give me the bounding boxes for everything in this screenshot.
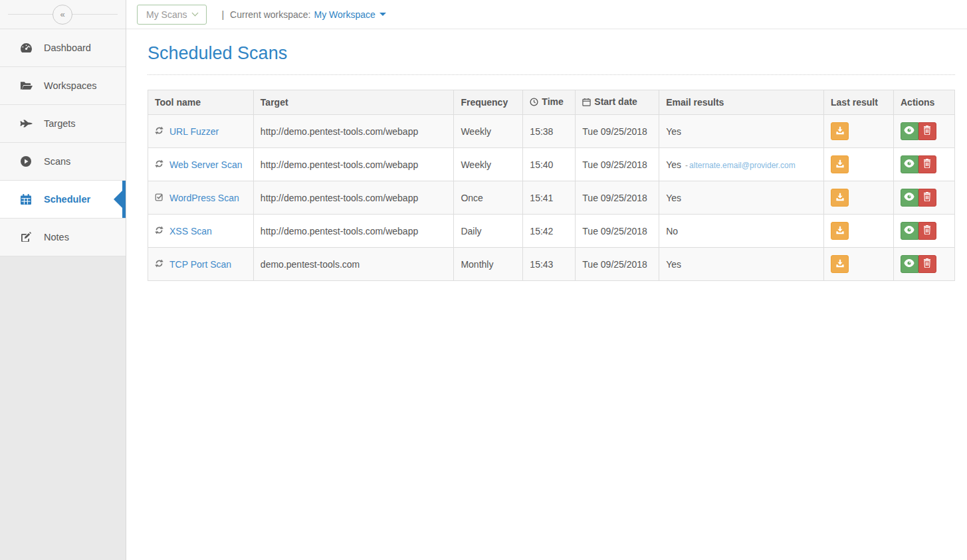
view-scan-button[interactable] — [901, 122, 918, 140]
header-last-result: Last result — [824, 90, 894, 115]
caret-down-icon — [379, 13, 386, 16]
frequency-cell: Weekly — [454, 115, 523, 148]
scheduled-scans-table: Tool name Target Frequency Time Start da… — [148, 90, 955, 281]
view-scan-button[interactable] — [901, 155, 918, 173]
target-cell: demo.pentest-tools.com — [253, 248, 454, 281]
collapse-sidebar-button[interactable]: « — [53, 5, 72, 25]
sidebar-item-label: Notes — [44, 232, 69, 242]
main-content: Scheduled Scans Tool name Target Frequen… — [126, 29, 967, 560]
trash-icon — [923, 159, 931, 170]
tool-link[interactable]: URL Fuzzer — [169, 126, 219, 137]
time-cell: 15:42 — [523, 215, 576, 248]
sidebar-item-notes[interactable]: Notes — [0, 219, 126, 256]
view-scan-button[interactable] — [901, 255, 918, 273]
header-tool-name: Tool name — [148, 90, 254, 115]
download-icon — [835, 226, 845, 236]
targets-jet-icon — [18, 119, 34, 128]
target-cell: http://demo.pentest-tools.com/webapp — [253, 181, 454, 215]
start-date-cell: Tue 09/25/2018 — [576, 181, 659, 215]
sidebar-item-label: Dashboard — [44, 43, 91, 53]
header-actions: Actions — [893, 90, 954, 115]
sidebar-item-scheduler[interactable]: Scheduler — [0, 181, 126, 219]
start-date-cell: Tue 09/25/2018 — [576, 248, 659, 281]
header-frequency: Frequency — [454, 90, 523, 115]
view-scan-button[interactable] — [901, 222, 918, 240]
trash-icon — [923, 126, 931, 137]
delete-scan-button[interactable] — [918, 122, 936, 140]
header-time: Time — [523, 90, 576, 115]
download-last-result-button[interactable] — [831, 155, 849, 173]
my-scans-label: My Scans — [146, 9, 187, 20]
time-cell: 15:43 — [523, 248, 576, 281]
table-row: Web Server Scan http://demo.pentest-tool… — [148, 148, 955, 181]
sidebar-item-dashboard[interactable]: Dashboard — [0, 29, 126, 67]
alternate-email-link[interactable]: alternate.email@provider.com — [689, 161, 796, 170]
clock-icon — [530, 98, 538, 108]
target-cell: http://demo.pentest-tools.com/webapp — [253, 215, 454, 248]
download-last-result-button[interactable] — [831, 189, 849, 207]
header-email-results: Email results — [659, 90, 824, 115]
view-scan-button[interactable] — [901, 189, 918, 207]
target-cell: http://demo.pentest-tools.com/webapp — [253, 115, 454, 148]
sidebar-item-workspaces[interactable]: Workspaces — [0, 67, 126, 105]
sidebar-item-scans[interactable]: Scans — [0, 143, 126, 181]
frequency-cell: Monthly — [454, 248, 523, 281]
tool-link[interactable]: WordPress Scan — [169, 193, 239, 203]
download-last-result-button[interactable] — [831, 255, 849, 273]
email-results-cell: Yes — [659, 115, 824, 148]
email-separator: - — [685, 161, 688, 170]
tool-link[interactable]: XSS Scan — [169, 226, 212, 236]
delete-scan-button[interactable] — [918, 189, 936, 207]
email-results-cell: Yes-alternate.email@provider.com — [659, 148, 824, 181]
topbar-separator: | — [221, 9, 224, 20]
table-row: XSS Scan http://demo.pentest-tools.com/w… — [148, 215, 955, 248]
refresh-icon — [155, 226, 163, 236]
eye-icon — [904, 159, 914, 169]
eye-icon — [904, 193, 914, 203]
sidebar: « Dashboard Workspaces Targ — [0, 0, 126, 560]
refresh-icon — [155, 159, 163, 170]
workspace-selector[interactable]: My Workspace — [314, 9, 386, 20]
current-workspace-label: Current workspace: — [230, 9, 310, 20]
frequency-cell: Once — [454, 181, 523, 215]
trash-icon — [923, 192, 931, 203]
checked-square-icon — [155, 193, 163, 203]
sidebar-item-label: Scheduler — [44, 194, 90, 205]
topbar: My Scans | Current workspace: My Workspa… — [126, 0, 967, 29]
table-row: WordPress Scan http://demo.pentest-tools… — [148, 181, 955, 215]
email-results-cell: No — [659, 215, 824, 248]
sidebar-item-targets[interactable]: Targets — [0, 105, 126, 143]
frequency-cell: Daily — [454, 215, 523, 248]
scans-play-icon — [18, 155, 34, 167]
page-title: Scheduled Scans — [148, 43, 955, 64]
eye-icon — [904, 126, 914, 136]
start-date-cell: Tue 09/25/2018 — [576, 148, 659, 181]
sidebar-item-label: Scans — [44, 156, 70, 167]
my-scans-dropdown[interactable]: My Scans — [137, 5, 207, 25]
sidebar-item-label: Targets — [44, 118, 76, 129]
email-results-cell: Yes — [659, 181, 824, 215]
trash-icon — [923, 258, 931, 270]
tool-link[interactable]: Web Server Scan — [169, 159, 242, 170]
sidebar-item-label: Workspaces — [44, 80, 97, 91]
refresh-icon — [155, 126, 163, 137]
frequency-cell: Weekly — [454, 148, 523, 181]
eye-icon — [904, 226, 914, 236]
trash-icon — [923, 225, 931, 236]
delete-scan-button[interactable] — [918, 222, 936, 240]
chevron-double-left-icon: « — [60, 9, 64, 19]
time-cell: 15:38 — [523, 115, 576, 148]
download-icon — [835, 259, 845, 270]
download-icon — [835, 159, 845, 170]
download-last-result-button[interactable] — [831, 222, 849, 240]
tool-link[interactable]: TCP Port Scan — [169, 259, 231, 270]
workspaces-folder-icon — [18, 80, 34, 91]
download-last-result-button[interactable] — [831, 122, 849, 140]
delete-scan-button[interactable] — [918, 155, 936, 173]
time-cell: 15:40 — [523, 148, 576, 181]
workspace-name: My Workspace — [314, 9, 376, 20]
start-date-cell: Tue 09/25/2018 — [576, 115, 659, 148]
delete-scan-button[interactable] — [918, 255, 936, 273]
refresh-icon — [155, 259, 163, 270]
table-header-row: Tool name Target Frequency Time Start da… — [148, 90, 955, 115]
